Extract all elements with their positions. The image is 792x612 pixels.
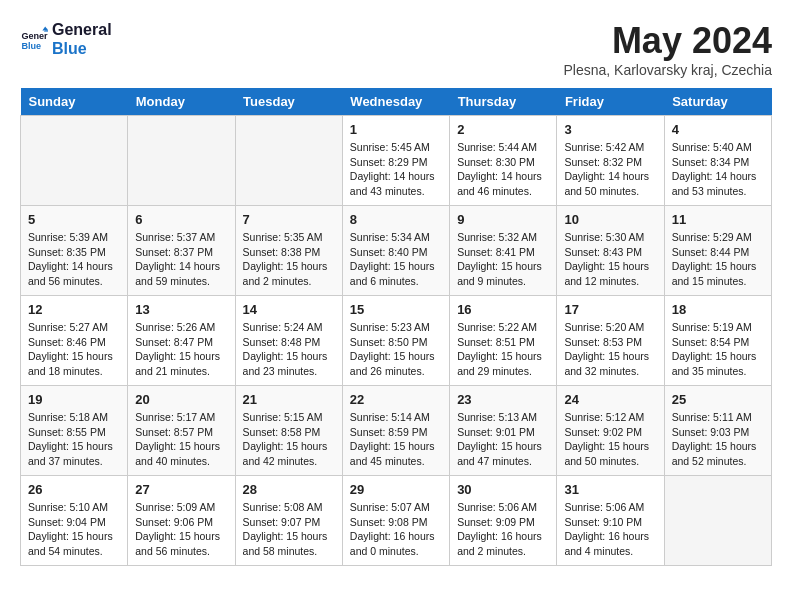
day-info-line: Sunrise: 5:20 AM xyxy=(564,320,656,335)
logo-line2: Blue xyxy=(52,39,112,58)
day-info-line: Sunset: 8:54 PM xyxy=(672,335,764,350)
day-info-line: Sunset: 8:40 PM xyxy=(350,245,442,260)
day-info-line: Sunrise: 5:11 AM xyxy=(672,410,764,425)
day-info-line: Daylight: 15 hours and 37 minutes. xyxy=(28,439,120,468)
calendar-cell: 2Sunrise: 5:44 AMSunset: 8:30 PMDaylight… xyxy=(450,116,557,206)
day-number: 14 xyxy=(243,302,335,317)
day-info-line: Sunset: 9:02 PM xyxy=(564,425,656,440)
day-info-line: Sunrise: 5:23 AM xyxy=(350,320,442,335)
day-info-line: Sunset: 8:32 PM xyxy=(564,155,656,170)
day-info-line: Sunrise: 5:09 AM xyxy=(135,500,227,515)
page-header: General Blue General Blue May 2024 Plesn… xyxy=(20,20,772,78)
day-number: 29 xyxy=(350,482,442,497)
calendar-cell xyxy=(235,116,342,206)
week-row-1: 1Sunrise: 5:45 AMSunset: 8:29 PMDaylight… xyxy=(21,116,772,206)
day-info-line: Sunset: 8:44 PM xyxy=(672,245,764,260)
day-info-line: Daylight: 15 hours and 47 minutes. xyxy=(457,439,549,468)
calendar-cell: 7Sunrise: 5:35 AMSunset: 8:38 PMDaylight… xyxy=(235,206,342,296)
calendar-cell: 31Sunrise: 5:06 AMSunset: 9:10 PMDayligh… xyxy=(557,476,664,566)
calendar-cell: 28Sunrise: 5:08 AMSunset: 9:07 PMDayligh… xyxy=(235,476,342,566)
day-info-line: Sunrise: 5:45 AM xyxy=(350,140,442,155)
calendar-cell: 12Sunrise: 5:27 AMSunset: 8:46 PMDayligh… xyxy=(21,296,128,386)
day-info-line: Sunset: 8:34 PM xyxy=(672,155,764,170)
day-number: 10 xyxy=(564,212,656,227)
calendar-cell: 10Sunrise: 5:30 AMSunset: 8:43 PMDayligh… xyxy=(557,206,664,296)
day-info-line: Daylight: 15 hours and 52 minutes. xyxy=(672,439,764,468)
day-number: 5 xyxy=(28,212,120,227)
day-info-line: Sunset: 8:51 PM xyxy=(457,335,549,350)
calendar-cell: 26Sunrise: 5:10 AMSunset: 9:04 PMDayligh… xyxy=(21,476,128,566)
week-row-4: 19Sunrise: 5:18 AMSunset: 8:55 PMDayligh… xyxy=(21,386,772,476)
calendar-cell: 21Sunrise: 5:15 AMSunset: 8:58 PMDayligh… xyxy=(235,386,342,476)
title-block: May 2024 Plesna, Karlovarsky kraj, Czech… xyxy=(563,20,772,78)
calendar-cell: 22Sunrise: 5:14 AMSunset: 8:59 PMDayligh… xyxy=(342,386,449,476)
day-info-line: Sunset: 8:55 PM xyxy=(28,425,120,440)
day-info-line: Sunrise: 5:06 AM xyxy=(564,500,656,515)
svg-text:Blue: Blue xyxy=(21,41,41,51)
day-info-line: Sunrise: 5:18 AM xyxy=(28,410,120,425)
day-info-line: Daylight: 15 hours and 23 minutes. xyxy=(243,349,335,378)
day-info-line: Sunrise: 5:29 AM xyxy=(672,230,764,245)
calendar-cell: 1Sunrise: 5:45 AMSunset: 8:29 PMDaylight… xyxy=(342,116,449,206)
day-info-line: Sunrise: 5:44 AM xyxy=(457,140,549,155)
day-info-line: Daylight: 14 hours and 50 minutes. xyxy=(564,169,656,198)
calendar-cell: 13Sunrise: 5:26 AMSunset: 8:47 PMDayligh… xyxy=(128,296,235,386)
calendar-cell: 16Sunrise: 5:22 AMSunset: 8:51 PMDayligh… xyxy=(450,296,557,386)
month-year: May 2024 xyxy=(563,20,772,62)
day-number: 28 xyxy=(243,482,335,497)
day-info-line: Daylight: 14 hours and 46 minutes. xyxy=(457,169,549,198)
day-number: 11 xyxy=(672,212,764,227)
day-info-line: Sunset: 8:58 PM xyxy=(243,425,335,440)
day-info-line: Daylight: 16 hours and 2 minutes. xyxy=(457,529,549,558)
day-info-line: Sunset: 8:43 PM xyxy=(564,245,656,260)
day-info-line: Sunset: 8:46 PM xyxy=(28,335,120,350)
calendar-cell: 11Sunrise: 5:29 AMSunset: 8:44 PMDayligh… xyxy=(664,206,771,296)
day-info-line: Sunrise: 5:32 AM xyxy=(457,230,549,245)
day-number: 2 xyxy=(457,122,549,137)
day-info-line: Sunrise: 5:34 AM xyxy=(350,230,442,245)
day-info-line: Sunset: 9:06 PM xyxy=(135,515,227,530)
column-header-monday: Monday xyxy=(128,88,235,116)
calendar-cell: 27Sunrise: 5:09 AMSunset: 9:06 PMDayligh… xyxy=(128,476,235,566)
day-info-line: Sunrise: 5:13 AM xyxy=(457,410,549,425)
day-info-line: Sunset: 8:57 PM xyxy=(135,425,227,440)
column-header-sunday: Sunday xyxy=(21,88,128,116)
day-info-line: Sunset: 9:01 PM xyxy=(457,425,549,440)
day-number: 15 xyxy=(350,302,442,317)
calendar-table: SundayMondayTuesdayWednesdayThursdayFrid… xyxy=(20,88,772,566)
day-info-line: Sunrise: 5:15 AM xyxy=(243,410,335,425)
calendar-cell xyxy=(128,116,235,206)
column-header-friday: Friday xyxy=(557,88,664,116)
day-info-line: Sunset: 8:37 PM xyxy=(135,245,227,260)
calendar-cell xyxy=(664,476,771,566)
day-info-line: Sunrise: 5:30 AM xyxy=(564,230,656,245)
day-number: 9 xyxy=(457,212,549,227)
column-header-saturday: Saturday xyxy=(664,88,771,116)
day-info-line: Daylight: 15 hours and 42 minutes. xyxy=(243,439,335,468)
week-row-5: 26Sunrise: 5:10 AMSunset: 9:04 PMDayligh… xyxy=(21,476,772,566)
day-info-line: Sunrise: 5:42 AM xyxy=(564,140,656,155)
day-info-line: Sunset: 8:41 PM xyxy=(457,245,549,260)
day-info-line: Daylight: 15 hours and 35 minutes. xyxy=(672,349,764,378)
day-number: 22 xyxy=(350,392,442,407)
day-info-line: Daylight: 15 hours and 12 minutes. xyxy=(564,259,656,288)
week-row-3: 12Sunrise: 5:27 AMSunset: 8:46 PMDayligh… xyxy=(21,296,772,386)
calendar-cell: 20Sunrise: 5:17 AMSunset: 8:57 PMDayligh… xyxy=(128,386,235,476)
day-info-line: Daylight: 14 hours and 59 minutes. xyxy=(135,259,227,288)
day-info-line: Sunset: 9:03 PM xyxy=(672,425,764,440)
day-info-line: Daylight: 15 hours and 45 minutes. xyxy=(350,439,442,468)
day-info-line: Sunset: 9:10 PM xyxy=(564,515,656,530)
calendar-cell: 30Sunrise: 5:06 AMSunset: 9:09 PMDayligh… xyxy=(450,476,557,566)
day-info-line: Sunrise: 5:27 AM xyxy=(28,320,120,335)
calendar-cell: 6Sunrise: 5:37 AMSunset: 8:37 PMDaylight… xyxy=(128,206,235,296)
day-info-line: Daylight: 14 hours and 53 minutes. xyxy=(672,169,764,198)
day-info-line: Daylight: 15 hours and 26 minutes. xyxy=(350,349,442,378)
logo-icon: General Blue xyxy=(20,25,48,53)
calendar-cell: 23Sunrise: 5:13 AMSunset: 9:01 PMDayligh… xyxy=(450,386,557,476)
day-info-line: Sunset: 9:07 PM xyxy=(243,515,335,530)
day-info-line: Sunset: 8:48 PM xyxy=(243,335,335,350)
day-info-line: Sunset: 8:50 PM xyxy=(350,335,442,350)
day-info-line: Sunset: 8:38 PM xyxy=(243,245,335,260)
day-number: 24 xyxy=(564,392,656,407)
calendar-cell: 5Sunrise: 5:39 AMSunset: 8:35 PMDaylight… xyxy=(21,206,128,296)
